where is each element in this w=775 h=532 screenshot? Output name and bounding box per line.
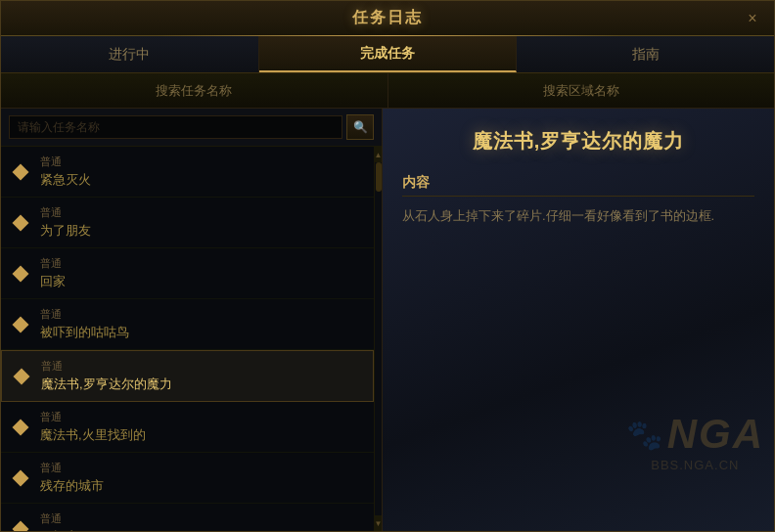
quest-icon: [11, 264, 30, 284]
quest-info: 普通 开拓者: [40, 511, 78, 531]
quest-list: 普通 紧急灭火 普通 为了朋友 普通 回家 普通 被吓到的咕咕鸟: [1, 147, 374, 531]
content-label: 内容: [402, 174, 754, 197]
tab-ongoing[interactable]: 进行中: [1, 36, 259, 72]
tab-completed[interactable]: 完成任务: [259, 36, 518, 72]
quest-title-area: 魔法书,罗亨达尔的魔力: [383, 109, 774, 164]
quest-name: 回家: [40, 273, 66, 290]
nga-url: BBS.NGA.CN: [626, 458, 764, 472]
quest-icon: [11, 213, 30, 233]
main-window: 任务日志 × 进行中 完成任务 指南 搜索任务名称 搜索区域名称 🔍: [0, 0, 775, 532]
quest-list-item[interactable]: 普通 紧急灭火: [1, 147, 374, 198]
quest-list-item[interactable]: 普通 魔法书,火里找到的: [1, 402, 374, 453]
quest-icon: [11, 315, 30, 334]
quest-detail-title: 魔法书,罗亨达尔的魔力: [402, 128, 754, 155]
quest-type: 普通: [40, 410, 146, 424]
quest-type: 普通: [41, 359, 172, 374]
close-button[interactable]: ×: [743, 9, 762, 28]
nga-paw-icon: 🐾: [626, 418, 662, 452]
search-area-name-btn[interactable]: 搜索区域名称: [388, 73, 775, 108]
nga-watermark: 🐾 NGA BBS.NGA.CN: [626, 411, 764, 472]
quest-name: 残存的城市: [40, 477, 104, 495]
diamond-icon: [13, 163, 29, 180]
quest-icon: [11, 519, 30, 532]
quest-info: 普通 魔法书,罗亨达尔的魔力: [41, 359, 172, 393]
quest-icon: [11, 418, 30, 437]
search-input[interactable]: [9, 115, 342, 139]
scroll-indicator: ▲ ▼: [374, 147, 382, 531]
quest-info: 普通 魔法书,火里找到的: [40, 410, 146, 444]
scroll-track: [375, 162, 382, 515]
diamond-icon: [13, 265, 29, 282]
quest-type: 普通: [40, 461, 104, 475]
content-section: 内容 从石人身上掉下来了碎片.仔细一看好像看到了书的边框.: [383, 164, 774, 237]
quest-icon: [11, 162, 30, 182]
quest-list-item[interactable]: 普通 被吓到的咕咕鸟: [1, 299, 374, 350]
quest-info: 普通 被吓到的咕咕鸟: [40, 307, 129, 341]
search-icon: 🔍: [353, 120, 368, 134]
quest-list-item[interactable]: 普通 回家: [1, 248, 374, 299]
quest-info: 普通 紧急灭火: [40, 155, 91, 189]
quest-type: 普通: [40, 256, 66, 271]
quest-info: 普通 残存的城市: [40, 461, 104, 495]
quest-icon: [12, 367, 31, 386]
title-bar: 任务日志 ×: [1, 1, 774, 36]
search-input-row: 🔍: [1, 109, 382, 147]
tab-bar: 进行中 完成任务 指南: [1, 36, 774, 73]
content-text: 从石人身上掉下来了碎片.仔细一看好像看到了书的边框.: [402, 204, 754, 227]
diamond-icon: [13, 520, 29, 531]
diamond-icon: [13, 214, 29, 231]
diamond-icon: [14, 368, 30, 384]
quest-info: 普通 为了朋友: [40, 205, 91, 240]
quest-name: 为了朋友: [40, 222, 91, 240]
quest-type: 普通: [40, 155, 91, 169]
quest-list-item[interactable]: 普通 残存的城市: [1, 453, 374, 504]
scroll-up-button[interactable]: ▲: [375, 147, 382, 162]
quest-list-item[interactable]: 普通 魔法书,罗亨达尔的魔力: [1, 350, 374, 402]
quest-type: 普通: [40, 205, 91, 220]
nga-logo: NGA: [667, 411, 764, 458]
diamond-icon: [13, 419, 29, 435]
search-submit-button[interactable]: 🔍: [346, 114, 374, 140]
quest-name: 魔法书,火里找到的: [40, 426, 146, 444]
search-quest-name-btn[interactable]: 搜索任务名称: [1, 73, 388, 108]
quest-name: 魔法书,罗亨达尔的魔力: [41, 376, 172, 393]
quest-name: 被吓到的咕咕鸟: [40, 324, 129, 341]
quest-name: 紧急灭火: [40, 171, 91, 189]
quest-list-item[interactable]: 普通 为了朋友: [1, 198, 374, 248]
search-bar: 搜索任务名称 搜索区域名称: [1, 73, 774, 109]
quest-type: 普通: [40, 307, 129, 322]
quest-list-item[interactable]: 普通 开拓者: [1, 504, 374, 531]
diamond-icon: [13, 316, 29, 332]
window-title: 任务日志: [352, 8, 423, 28]
diamond-icon: [13, 469, 29, 486]
right-panel: 魔法书,罗亨达尔的魔力 内容 从石人身上掉下来了碎片.仔细一看好像看到了书的边框…: [383, 109, 774, 531]
quest-info: 普通 回家: [40, 256, 66, 290]
main-content: 🔍 普通 紧急灭火 普通 为了朋友 普通: [1, 109, 774, 531]
quest-name: 开拓者: [40, 528, 78, 531]
tab-guide[interactable]: 指南: [517, 36, 774, 72]
quest-icon: [11, 468, 30, 488]
scroll-down-button[interactable]: ▼: [375, 515, 382, 531]
scroll-thumb[interactable]: [376, 162, 382, 192]
quest-type: 普通: [40, 511, 78, 526]
left-panel: 🔍 普通 紧急灭火 普通 为了朋友 普通: [1, 109, 383, 531]
